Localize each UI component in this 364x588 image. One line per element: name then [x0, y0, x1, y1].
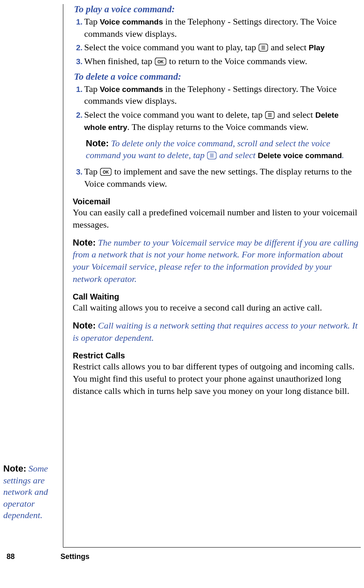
step-item: 3.When finished, tap OK to return to the… [84, 55, 361, 67]
step-number: 1. [74, 17, 83, 27]
section-heading-restrict: Restrict Calls [73, 351, 361, 360]
step-item: 1.Tap Voice commands in the Telephony - … [84, 83, 361, 107]
steps-delete-cont: 3.Tap OK to implement and save the new s… [73, 165, 361, 190]
step-text: Tap [84, 166, 100, 177]
step-text: to implement and save the new settings. … [84, 166, 352, 189]
margin-sidebar: Note: Some settings are network and oper… [3, 4, 63, 569]
steps-play: 1.Tap Voice commands in the Telephony - … [73, 16, 361, 67]
step-text: Select the voice command you want to del… [84, 110, 265, 120]
step-number: 3. [74, 167, 83, 177]
svg-text:OK: OK [158, 60, 164, 64]
step-text: to return to the Voice commands view. [167, 56, 307, 66]
steps-delete: 1.Tap Voice commands in the Telephony - … [73, 83, 361, 133]
main-content: To play a voice command: 1.Tap Voice com… [63, 4, 361, 545]
subheading-play: To play a voice command: [73, 4, 361, 15]
menu-icon [207, 152, 217, 159]
step-text: Select the voice command you want to pla… [84, 42, 258, 52]
note-text: . [342, 150, 344, 160]
note-label: Note: [73, 320, 96, 331]
ui-label: Voice commands [100, 85, 163, 94]
step-number: 2. [74, 42, 83, 53]
ui-label: Voice commands [100, 18, 163, 26]
step-text: and select [268, 42, 308, 52]
step-number: 3. [74, 56, 83, 67]
section-heading-callwaiting: Call Waiting [73, 292, 361, 302]
menu-icon [265, 111, 275, 119]
note-label: Note: [73, 237, 96, 248]
voicemail-note: Note: The number to your Voicemail servi… [73, 237, 361, 285]
note-label: Note: [86, 138, 109, 148]
chapter-name: Settings [60, 552, 89, 561]
section-heading-voicemail: Voicemail [73, 197, 361, 206]
ui-label: Play [309, 43, 325, 52]
margin-note-label: Note: [3, 463, 26, 474]
callwaiting-note: Note: Call waiting is a network setting … [73, 320, 361, 344]
ok-icon: OK [100, 168, 112, 176]
step-item: 2.Select the voice command you want to d… [84, 109, 361, 133]
note-text: Call waiting is a network setting that r… [73, 320, 357, 343]
menu-icon [259, 44, 268, 51]
step-number: 2. [74, 110, 83, 121]
step-number: 1. [74, 84, 83, 95]
step-text: Tap [84, 16, 100, 27]
step-text: Tap [84, 84, 100, 94]
step-item: 1.Tap Voice commands in the Telephony - … [84, 16, 361, 40]
step-text: When finished, tap [84, 56, 154, 66]
note-text: and select [217, 150, 258, 160]
step-text: and select [275, 110, 315, 120]
margin-note: Note: Some settings are network and oper… [3, 463, 60, 521]
step-item: 3.Tap OK to implement and save the new s… [84, 165, 361, 190]
step-text: . The display returns to the Voice comma… [127, 122, 308, 132]
inline-note-delete: Note: To delete only the voice command, … [73, 137, 361, 161]
note-text: The number to your Voicemail service may… [73, 237, 358, 284]
step-item: 2.Select the voice command you want to p… [84, 41, 361, 54]
svg-text:OK: OK [103, 170, 109, 174]
callwaiting-body: Call waiting allows you to receive a sec… [73, 302, 361, 314]
voicemail-body: You can easily call a predefined voicema… [73, 206, 361, 230]
ok-icon: OK [155, 58, 166, 65]
subheading-delete: To delete a voice command: [73, 72, 361, 82]
restrict-body: Restrict calls allows you to bar differe… [73, 360, 361, 397]
ui-label: Delete voice command [258, 151, 342, 160]
